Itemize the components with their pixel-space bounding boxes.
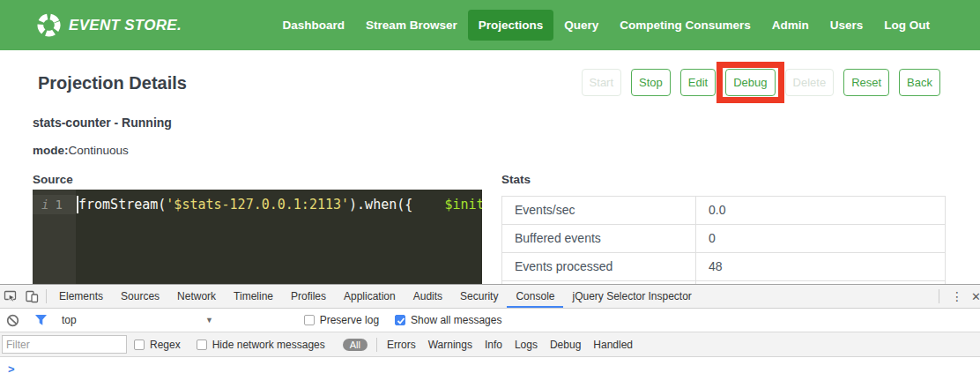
- projection-action-buttons: Start Stop Edit Debug Delete Reset Back: [582, 69, 940, 96]
- tab-audits[interactable]: Audits: [405, 285, 451, 308]
- level-errors[interactable]: Errors: [387, 339, 416, 351]
- hide-network-label[interactable]: Hide network messages: [212, 339, 325, 351]
- show-all-messages-label[interactable]: Show all messages: [411, 314, 501, 326]
- level-warnings[interactable]: Warnings: [428, 339, 472, 351]
- code-token-function: fromStream(: [78, 197, 166, 213]
- regex-label[interactable]: Regex: [150, 339, 181, 351]
- toolbar-divider: [939, 289, 939, 303]
- toolbar-divider: [376, 338, 377, 352]
- tab-security[interactable]: Security: [451, 285, 507, 308]
- code-token-when: ).when({: [349, 197, 444, 213]
- devtools-close-icon[interactable]: ✕: [971, 290, 980, 303]
- level-handled[interactable]: Handled: [593, 339, 633, 351]
- table-row: Buffered events 0: [502, 225, 945, 253]
- show-all-messages-checkbox[interactable]: [395, 315, 405, 325]
- projection-status: stats-counter - Running: [33, 116, 172, 130]
- checkmark-icon: [397, 317, 405, 325]
- device-toolbar-icon[interactable]: [21, 285, 42, 308]
- tab-sources[interactable]: Sources: [112, 285, 168, 308]
- tab-elements[interactable]: Elements: [50, 285, 112, 308]
- toolbar-divider: [46, 289, 47, 303]
- info-annotation-icon: i: [41, 195, 48, 214]
- devtools-tabbar: Elements Sources Network Timeline Profil…: [0, 285, 980, 309]
- mode-label: mode:: [33, 144, 69, 157]
- mode-value: Continuous: [69, 144, 129, 157]
- event-store-logo[interactable]: EVENT STORE.: [37, 0, 182, 50]
- preserve-log-label[interactable]: Preserve log: [320, 314, 379, 326]
- nav-item-users[interactable]: Users: [820, 10, 874, 41]
- nav-item-query[interactable]: Query: [553, 10, 609, 41]
- edit-button[interactable]: Edit: [680, 69, 716, 96]
- tab-timeline[interactable]: Timeline: [225, 285, 282, 308]
- console-toolbar: top ▼ Preserve log Show all messages: [0, 309, 980, 332]
- preserve-log-checkbox[interactable]: [304, 315, 315, 325]
- stat-label-events-processed: Events processed: [502, 253, 696, 280]
- console-output-area[interactable]: >: [0, 357, 980, 388]
- stats-heading: Stats: [501, 173, 531, 186]
- level-logs[interactable]: Logs: [515, 339, 538, 351]
- stop-button[interactable]: Stop: [631, 69, 671, 96]
- level-debug[interactable]: Debug: [550, 339, 581, 351]
- regex-checkbox[interactable]: [134, 340, 145, 350]
- stat-label-events-per-sec: Events/sec: [502, 197, 696, 224]
- clear-console-icon[interactable]: [2, 309, 23, 332]
- source-code-editor[interactable]: i 1 fromStream('$stats-127.0.0.1:2113').…: [33, 190, 482, 284]
- projection-mode: mode:Continuous: [33, 144, 129, 157]
- reset-button[interactable]: Reset: [843, 69, 889, 96]
- stat-value-events-per-sec: 0.0: [696, 197, 945, 224]
- nav-item-logout[interactable]: Log Out: [873, 10, 940, 41]
- start-button[interactable]: Start: [582, 69, 621, 96]
- hide-network-checkbox[interactable]: [197, 340, 207, 350]
- nav-item-projections[interactable]: Projections: [468, 10, 554, 41]
- filter-funnel-icon[interactable]: [30, 309, 51, 332]
- tab-profiles[interactable]: Profiles: [282, 285, 335, 308]
- context-dropdown-arrow-icon[interactable]: ▼: [205, 316, 213, 325]
- editor-gutter-line-1: i 1: [33, 195, 76, 214]
- back-button[interactable]: Back: [899, 69, 940, 96]
- stats-table: Events/sec 0.0 Buffered events 0 Events …: [501, 196, 946, 284]
- devtools-window-controls: ⋮ ✕: [935, 285, 980, 308]
- nav-menu: Dashboard Stream Browser Projections Que…: [272, 0, 940, 50]
- debug-button[interactable]: Debug: [725, 69, 775, 96]
- inspect-element-icon[interactable]: [0, 285, 21, 308]
- stat-value-events-processed: 48: [696, 253, 945, 280]
- stat-value-buffered-events: 0: [696, 225, 945, 252]
- delete-button[interactable]: Delete: [785, 69, 835, 96]
- filter-input[interactable]: [2, 335, 127, 354]
- debug-button-wrapper: Debug: [725, 69, 775, 96]
- stat-label-buffered-events: Buffered events: [502, 225, 696, 252]
- code-token-stream-string: '$stats-127.0.0.1:2113': [166, 197, 349, 213]
- devtools-menu-icon[interactable]: ⋮: [943, 289, 971, 303]
- level-all-pill[interactable]: All: [343, 339, 368, 351]
- nav-item-admin[interactable]: Admin: [761, 10, 820, 41]
- line-number: 1: [55, 195, 62, 214]
- table-row: Events processed 48: [502, 253, 945, 281]
- nav-item-stream-browser[interactable]: Stream Browser: [355, 10, 468, 41]
- execution-context-selector[interactable]: top: [62, 314, 77, 326]
- code-token-init: $init:: [444, 197, 482, 213]
- console-filter-bar: Regex Hide network messages All Errors W…: [0, 332, 980, 357]
- devtools-panel: Elements Sources Network Timeline Profil…: [0, 284, 980, 388]
- level-info[interactable]: Info: [485, 339, 502, 351]
- console-prompt-icon[interactable]: >: [8, 362, 15, 376]
- tab-application[interactable]: Application: [335, 285, 405, 308]
- event-store-ring-icon: [37, 13, 61, 37]
- tab-console[interactable]: Console: [507, 285, 563, 308]
- nav-item-dashboard[interactable]: Dashboard: [272, 10, 356, 41]
- page-title: Projection Details: [38, 73, 187, 93]
- nav-item-competing-consumers[interactable]: Competing Consumers: [609, 10, 761, 41]
- tab-jquery-selector-inspector[interactable]: jQuery Selector Inspector: [563, 285, 700, 308]
- top-navbar: EVENT STORE. Dashboard Stream Browser Pr…: [0, 0, 980, 50]
- source-heading: Source: [33, 173, 73, 186]
- code-line-1: fromStream('$stats-127.0.0.1:2113').when…: [78, 195, 482, 214]
- tab-network[interactable]: Network: [168, 285, 225, 308]
- logo-text: EVENT STORE.: [69, 17, 182, 34]
- table-row: Events/sec 0.0: [502, 197, 945, 225]
- event-store-app: EVENT STORE. Dashboard Stream Browser Pr…: [0, 0, 980, 388]
